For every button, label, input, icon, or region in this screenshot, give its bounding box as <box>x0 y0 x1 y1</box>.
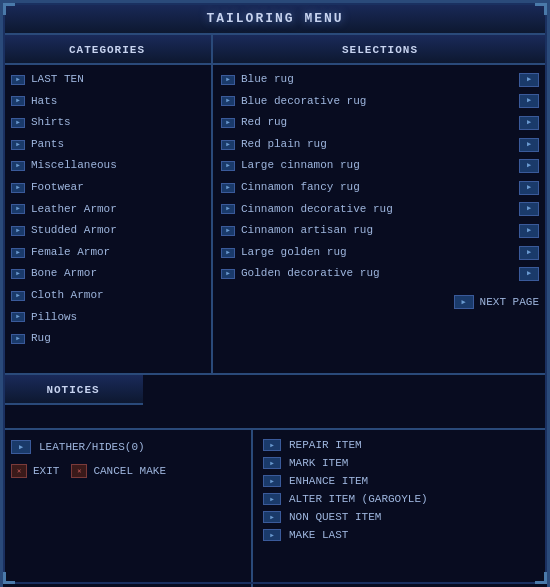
notices-content <box>3 405 547 417</box>
exit-button[interactable]: EXIT <box>11 464 59 478</box>
selection-item-5[interactable]: Cinnamon fancy rug <box>213 177 547 199</box>
categories-header: CATEGORIES <box>3 35 211 65</box>
next-page-icon <box>454 295 474 309</box>
category-label: Cloth Armor <box>31 287 104 305</box>
category-item-footwear[interactable]: Footwear <box>3 177 211 199</box>
repair-item-label: REPAIR ITEM <box>289 439 362 451</box>
select-button-3[interactable] <box>519 138 539 152</box>
selection-label: Cinnamon artisan rug <box>241 222 373 240</box>
arrow-icon <box>11 75 25 85</box>
next-page-button[interactable]: NEXT PAGE <box>454 295 539 309</box>
resource-row[interactable]: LEATHER/HIDES(0) <box>11 440 243 454</box>
category-item-shirts[interactable]: Shirts <box>3 112 211 134</box>
category-item-pillows[interactable]: Pillows <box>3 307 211 329</box>
selection-label: Large cinnamon rug <box>241 157 360 175</box>
category-item-rug[interactable]: Rug <box>3 328 211 350</box>
alter-item-label: ALTER ITEM (GARGOYLE) <box>289 493 428 505</box>
sel-arrow-icon <box>221 161 235 171</box>
selection-label: Cinnamon fancy rug <box>241 179 360 197</box>
category-item-cloth[interactable]: Cloth Armor <box>3 285 211 307</box>
categories-panel: CATEGORIES LAST TEN Hats Shirts <box>3 35 213 373</box>
cancel-make-label: CANCEL MAKE <box>93 465 166 477</box>
selection-label: Red rug <box>241 114 287 132</box>
next-page-row: NEXT PAGE <box>213 289 547 315</box>
enhance-item-button[interactable]: ENHANCE ITEM <box>263 474 537 488</box>
mark-icon <box>263 457 281 469</box>
arrow-icon <box>11 334 25 344</box>
arrow-icon <box>11 161 25 171</box>
notices-header-text: NOTICES <box>46 384 99 396</box>
category-label: Rug <box>31 330 51 348</box>
arrow-icon <box>11 226 25 236</box>
enhance-item-label: ENHANCE ITEM <box>289 475 368 487</box>
category-label: Bone Armor <box>31 265 97 283</box>
sel-arrow-icon <box>221 248 235 258</box>
category-item-misc[interactable]: Miscellaneous <box>3 155 211 177</box>
bottom-section: LEATHER/HIDES(0) EXIT CANCEL MAKE REPAIR… <box>3 430 547 587</box>
selection-item-0[interactable]: Blue rug <box>213 69 547 91</box>
alter-item-button[interactable]: ALTER ITEM (GARGOYLE) <box>263 492 537 506</box>
selection-label: Cinnamon decorative rug <box>241 201 393 219</box>
bottom-right: REPAIR ITEM MARK ITEM ENHANCE ITEM ALTER… <box>253 430 547 587</box>
selection-label: Golden decorative rug <box>241 265 380 283</box>
make-last-button[interactable]: MAKE LAST <box>263 528 537 542</box>
select-button-5[interactable] <box>519 181 539 195</box>
selection-item-9[interactable]: Golden decorative rug <box>213 263 547 285</box>
selection-item-6[interactable]: Cinnamon decorative rug <box>213 199 547 221</box>
selection-item-1[interactable]: Blue decorative rug <box>213 91 547 113</box>
sel-arrow-icon <box>221 226 235 236</box>
cancel-make-button[interactable]: CANCEL MAKE <box>71 464 166 478</box>
alter-icon <box>263 493 281 505</box>
non-quest-label: NON QUEST ITEM <box>289 511 381 523</box>
selection-label: Large golden rug <box>241 244 347 262</box>
main-window: TAILORING MENU CATEGORIES LAST TEN Hats <box>0 0 550 587</box>
arrow-icon <box>11 269 25 279</box>
select-button-6[interactable] <box>519 202 539 216</box>
category-label: Footwear <box>31 179 84 197</box>
title-bar: TAILORING MENU <box>3 3 547 35</box>
selection-item-8[interactable]: Large golden rug <box>213 242 547 264</box>
non-quest-button[interactable]: NON QUEST ITEM <box>263 510 537 524</box>
non-quest-icon <box>263 511 281 523</box>
selection-item-3[interactable]: Red plain rug <box>213 134 547 156</box>
category-label: Leather Armor <box>31 201 117 219</box>
select-button-0[interactable] <box>519 73 539 87</box>
category-item-leather[interactable]: Leather Armor <box>3 199 211 221</box>
sel-arrow-icon <box>221 269 235 279</box>
select-button-7[interactable] <box>519 224 539 238</box>
category-label: LAST TEN <box>31 71 84 89</box>
select-button-9[interactable] <box>519 267 539 281</box>
category-label: Pillows <box>31 309 77 327</box>
categories-list: LAST TEN Hats Shirts Pants Miscellaneous <box>3 65 211 354</box>
resource-icon <box>11 440 31 454</box>
category-item-hats[interactable]: Hats <box>3 91 211 113</box>
select-button-1[interactable] <box>519 94 539 108</box>
exit-x-icon <box>11 464 27 478</box>
selections-header-text: SELECTIONS <box>342 44 418 56</box>
category-item-pants[interactable]: Pants <box>3 134 211 156</box>
category-label: Female Armor <box>31 244 110 262</box>
enhance-icon <box>263 475 281 487</box>
category-label: Studded Armor <box>31 222 117 240</box>
selection-item-2[interactable]: Red rug <box>213 112 547 134</box>
make-last-icon <box>263 529 281 541</box>
category-item-last-ten[interactable]: LAST TEN <box>3 69 211 91</box>
mark-item-button[interactable]: MARK ITEM <box>263 456 537 470</box>
select-button-8[interactable] <box>519 246 539 260</box>
select-button-2[interactable] <box>519 116 539 130</box>
bottom-buttons: EXIT CANCEL MAKE <box>11 464 243 478</box>
category-item-studded[interactable]: Studded Armor <box>3 220 211 242</box>
repair-item-button[interactable]: REPAIR ITEM <box>263 438 537 452</box>
category-item-female[interactable]: Female Armor <box>3 242 211 264</box>
category-label: Hats <box>31 93 57 111</box>
selection-label: Blue rug <box>241 71 294 89</box>
repair-icon <box>263 439 281 451</box>
mark-item-label: MARK ITEM <box>289 457 348 469</box>
selection-item-7[interactable]: Cinnamon artisan rug <box>213 220 547 242</box>
sel-arrow-icon <box>221 140 235 150</box>
category-label: Shirts <box>31 114 71 132</box>
selection-item-4[interactable]: Large cinnamon rug <box>213 155 547 177</box>
category-item-bone[interactable]: Bone Armor <box>3 263 211 285</box>
select-button-4[interactable] <box>519 159 539 173</box>
arrow-icon <box>11 96 25 106</box>
